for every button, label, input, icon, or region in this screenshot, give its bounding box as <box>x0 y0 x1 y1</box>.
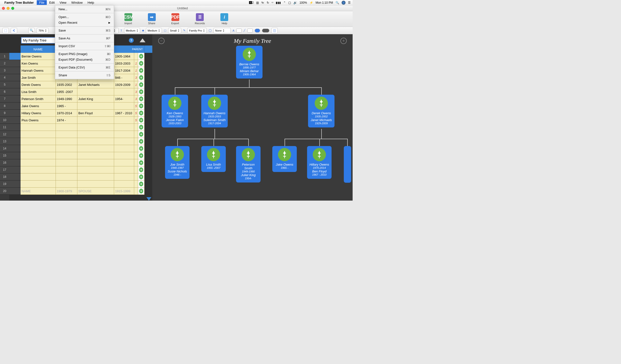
spotlight-icon[interactable]: 🔍 <box>335 1 339 4</box>
table-row[interactable]: Jake Owens1965 -5+ <box>20 102 152 110</box>
panel-toggle-button[interactable]: ◫ <box>271 28 278 33</box>
row-selector[interactable] <box>9 138 20 145</box>
zoom-out-button[interactable]: − <box>158 38 165 44</box>
row-number[interactable]: 11 <box>0 124 9 131</box>
toolbar-import-button[interactable]: CSVImport <box>124 13 132 25</box>
tree-node-peterson[interactable]: Peterson Smith1949-1990Juliet King1954- <box>236 146 260 182</box>
bg-color-swatch[interactable] <box>262 29 269 32</box>
zoom-select[interactable]: 75%▲▼ <box>37 28 49 33</box>
row-number[interactable]: 20 <box>0 188 9 195</box>
tree-node-hillary[interactable]: Hillary Owens1970-2014Ben Floyd1967 - 20… <box>307 146 331 179</box>
table-row[interactable]: + <box>20 174 152 181</box>
add-row-button[interactable]: + <box>139 146 143 151</box>
fill-select[interactable]: None▲▼ <box>213 28 231 33</box>
add-row-button[interactable]: + <box>139 75 143 80</box>
row-number[interactable]: 12 <box>0 131 9 138</box>
header-parent[interactable]: PARENT <box>134 46 144 53</box>
menu-help[interactable]: Help <box>85 0 97 5</box>
tree-canvas[interactable]: − + My Family Tree Bernie Owens1895-1977… <box>152 34 353 201</box>
bluetooth-icon[interactable]: ⌔ <box>272 1 273 4</box>
table-row[interactable]: + <box>20 124 152 131</box>
tree-node-ken[interactable]: Ken Owens1928-1993Jessie Falon1933-2003 <box>162 95 188 127</box>
row-selector[interactable] <box>9 95 20 102</box>
row-number[interactable]: 17 <box>0 166 9 174</box>
add-row-button[interactable]: + <box>139 61 143 66</box>
text-color-swatch[interactable] <box>236 29 242 32</box>
add-row-button[interactable]: + <box>139 160 143 165</box>
add-row-button[interactable]: + <box>139 96 143 101</box>
menu-item-export-pdf-document-[interactable]: Export PDF (Document)⌘D <box>55 57 114 62</box>
tree-node-joe[interactable]: Joe Smith1940-1997Susie Nichols1946 - <box>165 146 190 179</box>
spacing-select[interactable]: Small▲▼ <box>168 28 181 33</box>
adobe-icon[interactable]: 🅰 2 <box>249 1 254 4</box>
volume-icon[interactable]: 🔊 <box>293 1 297 4</box>
row-selector[interactable] <box>9 181 20 188</box>
collapse-up-icon[interactable] <box>139 38 145 42</box>
menu-item-import-csv[interactable]: Import CSV⇧⌘I <box>55 43 114 49</box>
row-selector[interactable] <box>9 81 20 88</box>
notifications-icon[interactable]: ☰ <box>348 1 351 4</box>
row-selector[interactable] <box>9 53 20 60</box>
wifi-icon[interactable]: ⌃ <box>283 1 286 4</box>
row-number[interactable]: 15 <box>0 152 9 159</box>
table-row[interactable]: NAME1900-1979SPOUSE1915-1999+ <box>20 188 152 195</box>
window-minimize-button[interactable] <box>7 7 10 10</box>
zoom-icon[interactable]: 🔍 <box>28 28 35 33</box>
row-number[interactable]: 1 <box>0 53 9 60</box>
row-number[interactable]: 14 <box>0 145 9 152</box>
menu-item-new-[interactable]: New...⌘N <box>55 6 114 12</box>
row-selector[interactable] <box>9 174 20 181</box>
add-row-button[interactable]: + <box>139 89 143 94</box>
tree-node-partial[interactable] <box>344 146 351 183</box>
row-selector[interactable] <box>9 166 20 174</box>
toolbar-share-button[interactable]: ➡Share <box>148 13 156 25</box>
menu-item-open-recent[interactable]: Open Recent▶ <box>55 20 114 25</box>
row-number[interactable]: 16 <box>0 159 9 166</box>
menu-item-export-png-image-[interactable]: Export PNG (Image)⌘I <box>55 51 114 57</box>
table-row[interactable]: + <box>20 152 152 159</box>
row-number[interactable]: 2 <box>0 60 9 67</box>
menu-view[interactable]: View <box>57 0 69 5</box>
table-row[interactable]: Peterson Smith1949-1990Juliet King1954-3… <box>20 95 152 102</box>
row-selector[interactable] <box>9 67 20 74</box>
menu-item-share[interactable]: Share⇧S <box>55 72 114 78</box>
help-badge-icon[interactable]: ? <box>129 38 134 43</box>
row-selector[interactable] <box>9 152 20 159</box>
table-row[interactable]: + <box>20 181 152 188</box>
add-row-button[interactable]: + <box>139 189 143 193</box>
add-row-button[interactable]: + <box>139 103 143 108</box>
row-number[interactable]: 10 <box>0 117 9 124</box>
battery-icon[interactable]: ▮▮▮ <box>276 1 281 4</box>
header-sdates[interactable] <box>114 46 134 53</box>
clock[interactable]: Mon 1:10 PM <box>316 1 333 4</box>
row-number[interactable]: 6 <box>0 88 9 95</box>
row-number[interactable]: 19 <box>0 181 9 188</box>
row-selector[interactable] <box>9 188 20 195</box>
table-row[interactable]: + <box>20 159 152 166</box>
table-row[interactable]: Pius Owens1974 -5+ <box>20 117 152 124</box>
menu-item-export-data-csv-[interactable]: Export Data (CSV)⌘E <box>55 64 114 70</box>
row-selector[interactable] <box>9 74 20 81</box>
window-close-button[interactable] <box>2 7 5 10</box>
row-number[interactable]: 13 <box>0 138 9 145</box>
row-selector[interactable] <box>9 145 20 152</box>
hierarchy-button[interactable]: ⑆ <box>11 28 17 33</box>
menu-item-open-[interactable]: Open...⌘O <box>55 14 114 20</box>
tree-node-hannah[interactable]: Hannah Owens1933-2003Suleiman Smith1917-… <box>201 95 228 127</box>
menu-edit[interactable]: Edit <box>47 0 57 5</box>
tree-node-lisa[interactable]: Lisa Smith1955 -2007 <box>201 146 226 172</box>
row-selector[interactable] <box>9 131 20 138</box>
toolbar-export-button[interactable]: PDFExport <box>172 13 179 25</box>
table-row[interactable]: + <box>20 131 152 138</box>
add-row-button[interactable]: + <box>139 68 143 73</box>
toolbar-help-button[interactable]: iHelp <box>220 13 228 25</box>
tree-title-input[interactable] <box>21 37 55 44</box>
menu-file[interactable]: File <box>37 0 47 5</box>
app-name[interactable]: Family Tree Builder <box>4 1 34 4</box>
zoom-in-button[interactable]: + <box>340 38 347 44</box>
toolbar-records-button[interactable]: ≣Records <box>195 13 205 25</box>
row-number[interactable]: 5 <box>0 81 9 88</box>
window-maximize-button[interactable] <box>11 7 14 10</box>
tree-node-jake[interactable]: Jake Owens1965 - <box>272 146 297 172</box>
disk-icon[interactable]: ▥ <box>256 1 259 4</box>
